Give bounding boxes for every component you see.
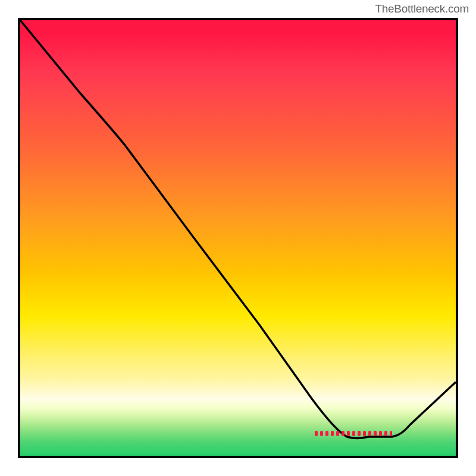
svg-rect-1 (320, 431, 323, 436)
chart-container: TheBottleneck.com (0, 0, 476, 476)
svg-rect-0 (315, 431, 318, 436)
svg-rect-4 (336, 431, 339, 436)
svg-rect-14 (390, 431, 392, 436)
optimal-zone-marker (315, 431, 392, 436)
svg-rect-5 (342, 431, 345, 436)
curve-svg (20, 20, 456, 456)
attribution-text: TheBottleneck.com (375, 2, 469, 15)
svg-rect-2 (325, 431, 328, 436)
svg-rect-3 (331, 431, 334, 436)
svg-rect-12 (379, 431, 382, 436)
svg-rect-8 (358, 431, 361, 436)
svg-rect-6 (347, 431, 350, 436)
svg-rect-7 (352, 431, 355, 436)
svg-rect-13 (384, 431, 387, 436)
svg-rect-9 (363, 431, 366, 436)
svg-rect-10 (368, 431, 371, 436)
svg-rect-11 (374, 431, 377, 436)
plot-area (18, 18, 458, 458)
bottleneck-curve-line (20, 20, 456, 439)
